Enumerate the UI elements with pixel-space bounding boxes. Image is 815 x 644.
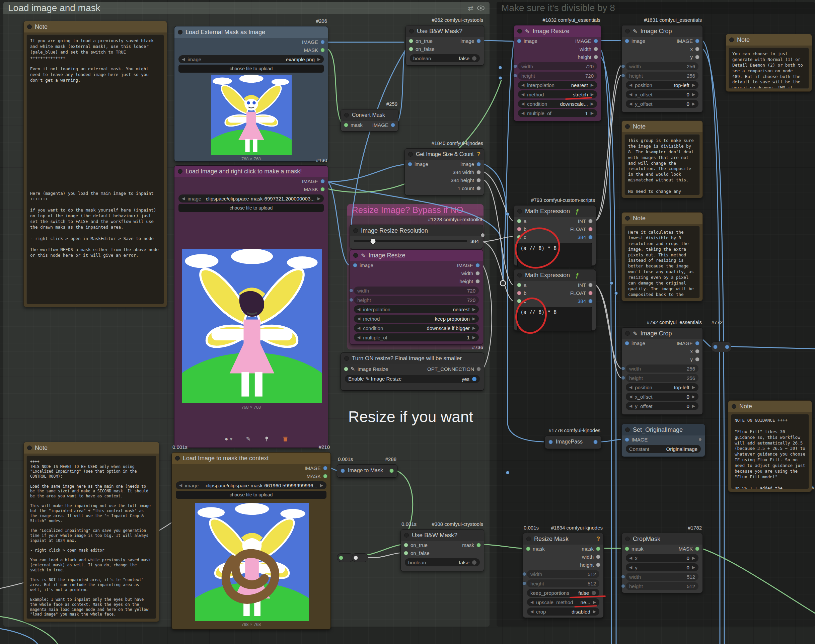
output-dot[interactable] bbox=[725, 345, 729, 349]
widget-left-arrow[interactable]: ◀ bbox=[357, 335, 360, 340]
widget-left-arrow[interactable]: ◀ bbox=[629, 404, 632, 408]
node-header[interactable]: Note bbox=[24, 21, 167, 32]
note-text[interactable]: You can choose to just generate with Nor… bbox=[729, 48, 809, 89]
collapse-dot[interactable] bbox=[625, 331, 630, 336]
widget-height[interactable]: height720 bbox=[518, 72, 597, 80]
output-image[interactable]: IMAGE bbox=[677, 38, 700, 44]
image-file-widget[interactable]: ◀imageclipspace/clipspace-mask-6997321.2… bbox=[178, 195, 324, 202]
output-image[interactable]: image bbox=[460, 38, 481, 44]
reroute-dot[interactable] bbox=[339, 556, 343, 560]
input-c[interactable]: c bbox=[517, 298, 526, 304]
node-convert-mask[interactable]: #259 Convert Mask mask IMAGE bbox=[341, 109, 399, 132]
input-width-dot[interactable] bbox=[621, 64, 625, 68]
output-mask[interactable]: MASK bbox=[304, 47, 325, 53]
node-header[interactable]: ImagePass bbox=[545, 436, 601, 448]
note-text[interactable]: This group is to make sure the image is … bbox=[625, 134, 700, 195]
output-width[interactable]: width bbox=[461, 270, 480, 276]
node-use-bw-mask-top[interactable]: #262 comfyui-crystools Use B&W Mask? on_… bbox=[405, 25, 484, 66]
widget-y-offset[interactable]: ◀y_offset0▶ bbox=[626, 402, 698, 410]
output-mask[interactable]: MASK bbox=[678, 546, 700, 552]
collapse-dot[interactable] bbox=[517, 209, 522, 213]
widget-width[interactable]: width720 bbox=[518, 62, 597, 70]
input-dot[interactable] bbox=[548, 440, 553, 444]
node-header[interactable]: Load External Mask as Image bbox=[175, 26, 328, 38]
node-math-expression-1[interactable]: #793 comfyui-custom-scripts Math Express… bbox=[514, 205, 596, 266]
input-on-false[interactable]: on_false bbox=[404, 550, 430, 556]
node-image-resize-main[interactable]: #1832 comfyui_essentials ✎Image Resize i… bbox=[514, 25, 602, 121]
input-image[interactable]: image bbox=[353, 262, 373, 268]
collapsed-node-772[interactable] bbox=[711, 341, 731, 352]
widget-right-arrow[interactable]: ▶ bbox=[318, 57, 321, 61]
widget-right-arrow[interactable]: ▶ bbox=[473, 316, 476, 321]
widget-width[interactable]: width720 bbox=[354, 287, 479, 294]
output-y[interactable]: y bbox=[691, 356, 700, 362]
widget-position[interactable]: ◀positiontop-left▶ bbox=[626, 383, 698, 391]
widget-right-arrow[interactable]: ▶ bbox=[692, 565, 695, 570]
input-image[interactable]: IMAGE bbox=[625, 437, 648, 443]
upload-button[interactable]: choose file to upload bbox=[178, 64, 324, 73]
output-image[interactable]: image bbox=[460, 161, 481, 167]
widget-left-arrow[interactable]: ◀ bbox=[629, 101, 632, 106]
input-b[interactable]: b bbox=[517, 226, 526, 232]
output-height[interactable]: 384 height bbox=[451, 177, 481, 183]
toggle-dot[interactable] bbox=[592, 591, 596, 595]
node-header[interactable]: Load Image to mask the context bbox=[172, 452, 330, 464]
output-width[interactable]: width bbox=[580, 46, 598, 52]
widget-width[interactable]: width256 bbox=[626, 62, 698, 70]
output-height[interactable]: height bbox=[580, 562, 600, 568]
input-height-dot[interactable] bbox=[513, 74, 517, 78]
widget-width[interactable]: width512 bbox=[527, 570, 599, 578]
group-header[interactable]: Load image and mask ⇄ bbox=[3, 2, 490, 14]
node-imagepass[interactable]: #1778 comfyui-kjnodes ImagePass bbox=[545, 435, 602, 449]
widget-left-arrow[interactable]: ◀ bbox=[629, 556, 632, 560]
pin-icon[interactable] bbox=[264, 436, 269, 442]
widget-upscale-method[interactable]: ◀upscale_methodne...▶ bbox=[527, 598, 599, 606]
help-icon[interactable]: ? bbox=[596, 535, 600, 543]
boolean-toggle[interactable]: booleanfalse bbox=[410, 54, 480, 62]
collapse-dot[interactable] bbox=[178, 30, 183, 34]
node-header[interactable]: Image Resize Resolution bbox=[350, 225, 483, 236]
output-dot[interactable] bbox=[593, 440, 598, 444]
collapse-dot[interactable] bbox=[344, 356, 349, 361]
bypass-icon[interactable]: ⇄ bbox=[468, 4, 473, 12]
input-dot[interactable] bbox=[341, 469, 345, 473]
input-image[interactable]: image bbox=[625, 38, 645, 44]
input-height-dot[interactable] bbox=[349, 298, 353, 302]
node-header[interactable]: Get Image Size & Count? bbox=[405, 149, 484, 160]
input-mask[interactable]: mask bbox=[344, 122, 363, 128]
output-image[interactable]: IMAGE bbox=[575, 38, 598, 44]
widget-right-arrow[interactable]: ▶ bbox=[320, 483, 323, 488]
widget-condition[interactable]: ◀conditiondownscale if bigger▶ bbox=[354, 324, 479, 332]
widget-width[interactable]: width512 bbox=[626, 573, 698, 581]
output-image[interactable]: IMAGE bbox=[677, 340, 700, 346]
widget-left-arrow[interactable]: ◀ bbox=[521, 83, 524, 87]
collapse-dot[interactable] bbox=[625, 537, 630, 541]
output-image[interactable]: IMAGE bbox=[302, 178, 325, 184]
widget-right-arrow[interactable]: ▶ bbox=[692, 404, 695, 408]
widget-left-arrow[interactable]: ◀ bbox=[182, 57, 185, 61]
widget-right-arrow[interactable]: ▶ bbox=[318, 196, 321, 201]
node-image-resize-optional[interactable]: ✎Image Resize image IMAGE width height w… bbox=[350, 249, 483, 345]
widget-left-arrow[interactable]: ◀ bbox=[179, 483, 182, 488]
output-cached-value[interactable]: 384 bbox=[578, 298, 592, 304]
node-header[interactable]: Use B&W Mask? bbox=[406, 25, 484, 37]
input-c[interactable]: c bbox=[517, 234, 526, 240]
expression-input[interactable]: (a // 8) * 8 bbox=[517, 307, 592, 331]
collapse-dot[interactable] bbox=[625, 216, 630, 221]
output-x[interactable]: x bbox=[691, 46, 700, 52]
widget-right-arrow[interactable]: ▶ bbox=[692, 385, 695, 389]
note-text[interactable]: NOTE ON GUIDANCE ++++ "Flux Fill" likes … bbox=[731, 414, 809, 489]
collapse-dot[interactable] bbox=[625, 29, 630, 34]
slider-track[interactable] bbox=[354, 240, 467, 242]
input-width-dot[interactable] bbox=[522, 572, 526, 576]
widget-multiple-of[interactable]: ◀multiple_of1▶ bbox=[518, 109, 597, 117]
widget-right-arrow[interactable]: ▶ bbox=[692, 101, 695, 106]
input-mask[interactable]: mask bbox=[526, 546, 545, 552]
output-cached-value[interactable]: 384 bbox=[578, 234, 592, 240]
widget-left-arrow[interactable]: ◀ bbox=[357, 307, 360, 311]
widget-left-arrow[interactable]: ◀ bbox=[521, 92, 524, 97]
eye-icon[interactable] bbox=[477, 5, 485, 11]
collapse-dot[interactable] bbox=[729, 37, 734, 42]
widget-left-arrow[interactable]: ◀ bbox=[629, 385, 632, 389]
widget-right-arrow[interactable]: ▶ bbox=[692, 83, 695, 87]
